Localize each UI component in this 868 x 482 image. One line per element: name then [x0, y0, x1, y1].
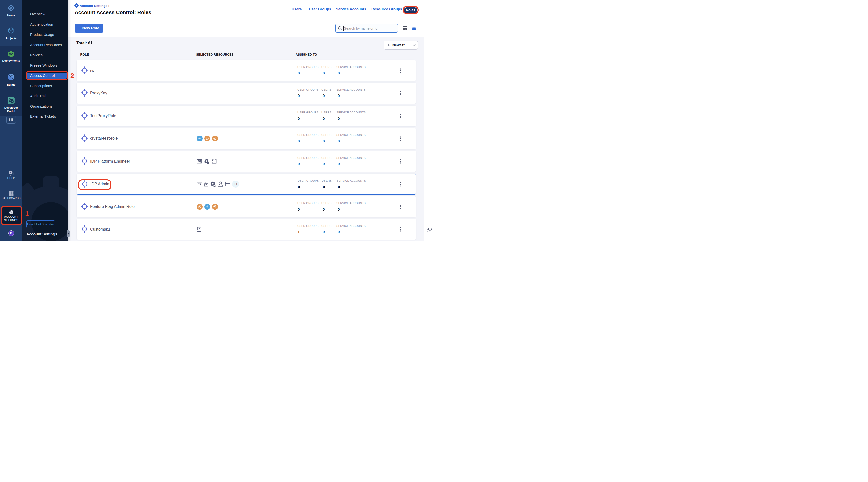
svg-text:?: ?: [9, 171, 11, 174]
